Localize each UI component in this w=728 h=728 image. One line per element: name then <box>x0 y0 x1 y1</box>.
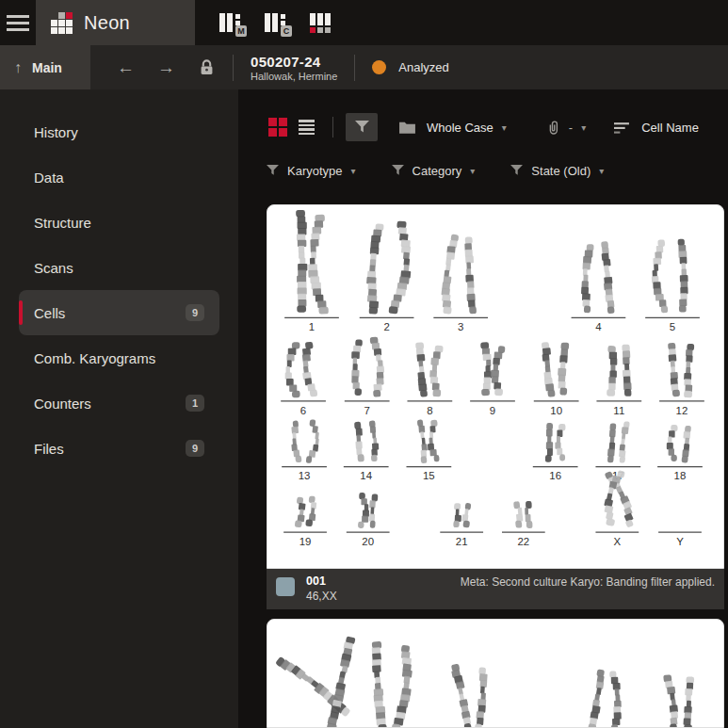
main-label: Main <box>32 60 62 75</box>
cells-toolbar: Whole Case ▾ - ▾ Cell Name <box>267 113 724 141</box>
case-info: 050207-24 Hallowak, Hermine <box>251 54 337 82</box>
funnel-icon <box>355 121 369 134</box>
sidebar-item-label: History <box>34 124 78 140</box>
tab-badge-c: C <box>281 25 292 37</box>
back-button[interactable]: ← <box>117 58 135 76</box>
top-bar: Neon M C <box>0 0 728 45</box>
sidebar-item-cells[interactable]: Cells 9 <box>19 290 219 335</box>
cell-card-next <box>267 619 724 728</box>
sidebar-item-label: Comb. Karyograms <box>34 350 155 366</box>
tab-metaphase-m[interactable]: M <box>219 11 240 34</box>
svg-text:12: 12 <box>676 405 688 416</box>
sidebar-item-scans[interactable]: Scans <box>19 245 219 290</box>
case-header-bar: ↑ Main ← → 050207-24 Hallowak, Hermine A… <box>0 45 728 89</box>
cell-list-panel: Whole Case ▾ - ▾ Cell Name <box>238 89 728 728</box>
svg-text:7: 7 <box>364 405 370 416</box>
app-title: Neon <box>84 12 130 34</box>
karyogram-icon <box>265 13 270 32</box>
tab-badge-m: M <box>235 25 247 37</box>
svg-text:21: 21 <box>456 536 468 547</box>
svg-text:3: 3 <box>458 321 463 332</box>
sidebar-item-files[interactable]: Files 9 <box>19 426 219 471</box>
up-arrow-icon: ↑ <box>14 59 22 76</box>
list-view-button[interactable] <box>299 120 315 135</box>
divider <box>354 55 355 81</box>
attachment-dropdown[interactable]: - ▾ <box>546 119 586 137</box>
svg-text:6: 6 <box>300 405 306 416</box>
sidebar-item-history[interactable]: History <box>19 109 219 154</box>
main-button[interactable]: ↑ Main <box>0 45 90 89</box>
scope-dropdown[interactable]: Whole Case ▾ <box>398 120 507 135</box>
filter-state-old[interactable]: State (Old) ▾ <box>510 164 604 178</box>
svg-text:20: 20 <box>362 536 374 547</box>
sidebar-item-structure[interactable]: Structure <box>19 200 219 245</box>
svg-text:22: 22 <box>517 536 529 547</box>
divider <box>332 117 333 138</box>
top-tabs: M C <box>219 0 331 45</box>
status-label: Analyzed <box>398 60 448 74</box>
sidebar-item-label: Scans <box>34 260 73 276</box>
svg-text:5: 5 <box>670 321 675 332</box>
svg-text:1: 1 <box>309 321 315 332</box>
filter-label: Category <box>413 164 462 178</box>
sidebar-item-label: Counters <box>34 396 91 412</box>
forward-button[interactable]: → <box>157 58 175 76</box>
patient-name: Hallowak, Hermine <box>251 71 337 82</box>
neon-logo-icon <box>51 12 73 34</box>
sidebar-item-label: Files <box>34 441 64 457</box>
chevron-down-icon: ▾ <box>599 166 604 176</box>
case-status[interactable]: Analyzed <box>372 60 448 74</box>
lock-icon[interactable] <box>198 58 216 76</box>
cell-id: 001 <box>306 574 337 588</box>
svg-text:4: 4 <box>595 321 602 332</box>
chevron-down-icon: ▾ <box>581 122 586 133</box>
svg-text:15: 15 <box>423 470 435 481</box>
karyogram-icon <box>219 13 225 32</box>
paperclip-icon <box>546 119 559 137</box>
svg-text:Y: Y <box>676 536 684 547</box>
tab-cell-c[interactable]: C <box>265 11 285 34</box>
filter-toggle-button[interactable] <box>346 113 378 141</box>
sidebar-item-counters[interactable]: Counters 1 <box>19 380 219 426</box>
grid-view-button[interactable] <box>268 118 287 137</box>
count-badge: 9 <box>186 304 204 321</box>
sidebar-item-label: Cells <box>34 305 65 321</box>
chevron-down-icon: ▾ <box>470 166 475 176</box>
svg-text:19: 19 <box>299 536 312 547</box>
sidebar-item-data[interactable]: Data <box>19 154 219 200</box>
cell-select-thumb[interactable] <box>276 577 295 596</box>
funnel-icon <box>267 165 279 176</box>
menu-icon[interactable] <box>0 0 36 45</box>
svg-text:8: 8 <box>427 405 432 416</box>
cell-meta: Meta: Second culture Karyo: Banding filt… <box>461 574 715 589</box>
svg-text:14: 14 <box>360 470 372 481</box>
karyogram-image-partial[interactable] <box>267 619 724 728</box>
svg-text:9: 9 <box>490 405 495 416</box>
svg-text:13: 13 <box>299 470 311 481</box>
svg-text:X: X <box>614 536 622 547</box>
folder-icon <box>398 120 416 135</box>
funnel-icon <box>392 165 404 176</box>
filter-row: Karyotype ▾ Category ▾ State (Old) ▾ <box>267 157 724 184</box>
sort-icon <box>614 121 630 134</box>
funnel-icon <box>510 165 523 176</box>
filter-label: Karyotype <box>287 164 343 178</box>
svg-text:10: 10 <box>550 405 562 416</box>
divider <box>233 55 234 81</box>
sidebar-item-comb-karyograms[interactable]: Comb. Karyograms <box>19 335 219 380</box>
cell-karyotype: 46,XX <box>306 590 337 603</box>
count-badge: 9 <box>186 440 204 457</box>
karyogram-image[interactable]: 12345678910111213141516171819202122XY <box>267 204 724 569</box>
tab-grid-view[interactable] <box>310 13 331 33</box>
sort-control[interactable]: Cell Name <box>614 121 699 135</box>
sort-label: Cell Name <box>641 121 699 135</box>
count-badge: 1 <box>186 395 204 412</box>
grid-bars-icon <box>310 13 315 33</box>
filter-category[interactable]: Category ▾ <box>392 164 476 178</box>
filter-karyotype[interactable]: Karyotype ▾ <box>267 164 356 178</box>
chevron-down-icon: ▾ <box>351 166 356 176</box>
app-tab-neon[interactable]: Neon <box>36 0 195 45</box>
filter-label: State (Old) <box>531 164 590 178</box>
svg-text:18: 18 <box>674 470 687 481</box>
selected-accent-bar <box>19 300 23 325</box>
